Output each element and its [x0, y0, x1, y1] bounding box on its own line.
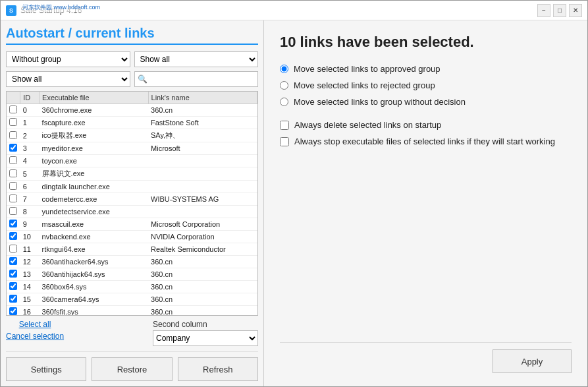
row-id: 11	[20, 243, 40, 256]
row-checkbox[interactable]	[9, 295, 17, 303]
cancel-selection-button[interactable]: Cancel selection	[6, 332, 64, 341]
row-checkbox-cell	[7, 104, 20, 117]
row-id: 9	[20, 218, 40, 231]
row-name: Realtek Semiconductor	[148, 243, 257, 256]
row-id: 14	[20, 281, 40, 293]
radio-approved[interactable]	[280, 65, 288, 73]
row-exe: msascuil.exe	[40, 218, 148, 231]
checkbox-delete-label[interactable]: Always delete selected links on startup	[294, 120, 441, 130]
row-name: WIBU-SYSTEMS AG	[148, 193, 257, 206]
bottom-area: Select all Cancel selection Second colum…	[6, 320, 258, 346]
row-checkbox[interactable]	[9, 245, 17, 253]
row-id: 13	[20, 268, 40, 281]
select-all-button[interactable]: Select all	[6, 320, 64, 329]
row-checkbox-cell	[7, 167, 20, 181]
checkbox-stop-label[interactable]: Always stop executable files of selected…	[294, 136, 555, 146]
file-table-container[interactable]: ID Executable file Link's name 0360chrom…	[6, 91, 258, 316]
checkbox-delete[interactable]	[280, 121, 289, 130]
row-name: NVIDIA Corporation	[148, 231, 257, 243]
row-checkbox-cell	[7, 218, 20, 231]
radio-nodecision[interactable]	[280, 98, 288, 106]
action-buttons-row: Settings Restore Refresh	[6, 351, 258, 381]
table-row: 6dingtalk launcher.exe	[7, 181, 257, 193]
refresh-button[interactable]: Refresh	[178, 357, 258, 381]
right-panel: 10 links have been selected. Move select…	[264, 20, 587, 386]
row-checkbox-cell	[7, 268, 20, 281]
row-checkbox[interactable]	[9, 232, 17, 240]
minimize-button[interactable]: −	[537, 4, 550, 17]
table-row: 10nvbackend.exeNVIDIA Corporation	[7, 231, 257, 243]
row-exe: 360antihacker64.sys	[40, 256, 148, 268]
group-filter[interactable]: Without group All groups Approved Reject…	[6, 51, 130, 67]
app-icon: S	[6, 5, 16, 16]
row-checkbox[interactable]	[9, 118, 17, 126]
settings-button[interactable]: Settings	[6, 357, 86, 381]
radio-approved-label[interactable]: Move selected links to approved group	[294, 64, 441, 74]
row-id: 2	[20, 129, 40, 142]
table-row: 14360box64.sys360.cn	[7, 281, 257, 293]
checkbox-stop[interactable]	[280, 137, 289, 146]
second-column-select[interactable]: Company Link's name File path Publisher	[153, 330, 258, 346]
radio-nodecision-label[interactable]: Move selected links to group without dec…	[294, 97, 466, 107]
table-row: 11rtkngui64.exeRealtek Semiconductor	[7, 243, 257, 256]
row-exe: ico提取器.exe	[40, 129, 148, 142]
row-checkbox-cell	[7, 206, 20, 218]
row-checkbox[interactable]	[9, 156, 17, 164]
table-row: 4toycon.exe	[7, 155, 257, 167]
row-exe: rtkngui64.exe	[40, 243, 148, 256]
radio-rejected-label[interactable]: Move selected links to rejected group	[294, 80, 435, 90]
row-name	[148, 167, 257, 181]
maximize-button[interactable]: □	[553, 4, 566, 17]
row-checkbox-cell	[7, 306, 20, 316]
row-checkbox[interactable]	[9, 131, 17, 139]
row-checkbox[interactable]	[9, 194, 17, 202]
table-body: 0360chrome.exe360.cn1fscapture.exeFastSt…	[7, 104, 257, 316]
main-content: Autostart / current links Without group …	[1, 20, 587, 386]
restore-button[interactable]: Restore	[92, 357, 172, 381]
row-checkbox[interactable]	[9, 257, 17, 265]
search-input[interactable]	[150, 74, 255, 84]
watermark-text: 河东软件园 www.hddsoft.com	[20, 3, 103, 13]
row-checkbox[interactable]	[9, 220, 17, 227]
row-name	[148, 206, 257, 218]
table-row: 5屏幕识文.exe	[7, 167, 257, 181]
row-id: 10	[20, 231, 40, 243]
row-checkbox[interactable]	[9, 169, 17, 177]
radio-group: Move selected links to approved group Mo…	[280, 64, 572, 107]
row-name	[148, 155, 257, 167]
row-id: 5	[20, 167, 40, 181]
col-id: ID	[20, 92, 40, 104]
left-panel: Autostart / current links Without group …	[1, 20, 264, 386]
row-name: 360.cn	[148, 281, 257, 293]
row-checkbox[interactable]	[9, 207, 17, 215]
row-checkbox[interactable]	[9, 282, 17, 290]
bottom-links: Select all Cancel selection	[6, 320, 64, 341]
radio-rejected[interactable]	[280, 81, 288, 90]
page-title: Autostart / current links	[6, 26, 258, 45]
row-exe: myeditor.exe	[40, 142, 148, 155]
show-filter-1[interactable]: Show all Show checked Show unchecked	[134, 51, 259, 67]
table-row: 13360antihijack64.sys360.cn	[7, 268, 257, 281]
table-row: 12360antihacker64.sys360.cn	[7, 256, 257, 268]
show-filter-2[interactable]: Show all Show checked Show unchecked	[6, 71, 130, 87]
row-checkbox[interactable]	[9, 144, 17, 152]
row-checkbox[interactable]	[9, 307, 17, 315]
row-name: 360.cn	[148, 256, 257, 268]
row-id: 3	[20, 142, 40, 155]
row-exe: 360antihijack64.sys	[40, 268, 148, 281]
row-name: SAy,神、	[148, 129, 257, 142]
table-row: 1fscapture.exeFastStone Soft	[7, 117, 257, 129]
search-container: 🔍	[134, 71, 259, 87]
row-name	[148, 181, 257, 193]
file-table: ID Executable file Link's name 0360chrom…	[7, 92, 257, 316]
apply-button[interactable]: Apply	[493, 349, 572, 373]
row-checkbox[interactable]	[9, 270, 17, 278]
row-checkbox-cell	[7, 117, 20, 129]
close-button[interactable]: ✕	[569, 4, 582, 17]
row-name: 360.cn	[148, 268, 257, 281]
row-checkbox[interactable]	[9, 105, 17, 113]
row-checkbox[interactable]	[9, 182, 17, 190]
row-id: 0	[20, 104, 40, 117]
row-name: 360.cn	[148, 104, 257, 117]
row-exe: dingtalk launcher.exe	[40, 181, 148, 193]
